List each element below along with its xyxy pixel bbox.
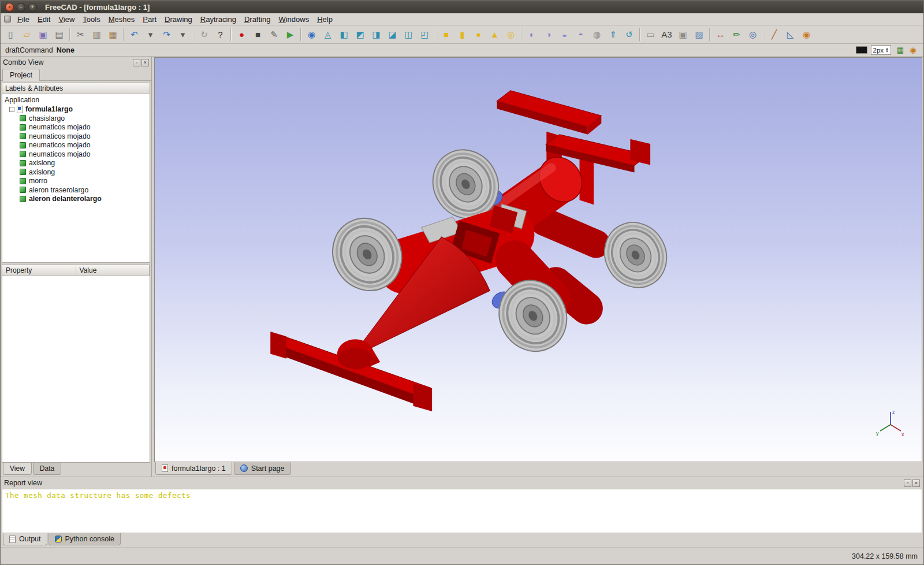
undo-dropdown-icon[interactable]: ▾ [143,27,158,42]
part-extrude-icon[interactable]: ⇑ [605,27,621,42]
whats-this-icon[interactable]: ? [213,27,228,42]
menu-item[interactable]: View [54,14,79,25]
spinner-arrows-icon[interactable]: ▲▼ [885,47,889,53]
menu-item[interactable]: Raytracing [196,14,240,25]
menu-item[interactable]: Drawing [161,14,196,25]
view-fit-all-icon[interactable]: ◉ [304,27,319,42]
open-document-icon[interactable]: ▱ [19,27,35,42]
part-revolve-icon[interactable]: ↺ [621,27,637,42]
menu-item[interactable]: Help [313,14,337,25]
view-axonometric-icon[interactable]: ◬ [320,27,336,42]
collapse-expander-icon[interactable]: - [9,107,14,112]
view-top-icon[interactable]: ◩ [352,27,368,42]
menu-item[interactable]: Edit [33,14,54,25]
tree-item[interactable]: axislong [2,159,150,168]
view-left-icon[interactable]: ◰ [417,27,433,42]
tree-item[interactable]: morro [2,177,150,186]
construction-mode-icon[interactable]: ▦ [895,44,906,56]
tree-item[interactable]: aleron delanterolargo [2,195,150,204]
menu-item[interactable]: Meshes [105,14,139,25]
drawing-view-icon[interactable]: ▣ [675,27,691,42]
menu-item[interactable]: File [13,14,33,25]
report-output[interactable]: The mesh data structure has some defects [2,489,922,533]
property-column-header[interactable]: Value [76,265,150,276]
menu-item[interactable]: Windows [274,14,313,25]
close-panel-icon[interactable]: × [141,59,149,66]
apply-style-icon[interactable]: ◉ [907,44,919,56]
tree-root-application[interactable]: Application [2,95,150,105]
document-tab[interactable]: formula1largo : 1 [155,462,232,475]
close-panel-icon[interactable]: × [912,479,920,487]
drawing-export-icon[interactable]: ▨ [691,27,707,42]
mesh-icon [20,142,26,148]
part-cylinder-icon[interactable]: ▮ [454,27,470,42]
draft-snap-icon[interactable]: ◎ [745,27,761,42]
refresh-icon[interactable]: ↻ [196,27,212,42]
tree-item-document[interactable]: - formula1largo [2,105,150,114]
view-right-icon[interactable]: ◨ [368,27,384,42]
menu-item[interactable]: Drafting [240,14,275,25]
3d-viewport[interactable]: z y x [154,57,922,462]
print-icon[interactable]: ▤ [51,27,67,42]
tree-item[interactable]: neumaticos mojado [2,123,150,132]
part-compound-icon[interactable]: ◍ [589,27,605,42]
line-width-select[interactable]: 2px ▲▼ [871,45,892,55]
document-tab[interactable]: Start page [234,462,291,475]
redo-icon[interactable]: ↷ [159,27,174,42]
cut-icon[interactable]: ✂ [73,27,88,42]
macro-stop-icon[interactable]: ■ [250,27,266,42]
property-view-tab[interactable]: Data [33,463,61,475]
view-bottom-icon[interactable]: ◫ [401,27,416,42]
undock-panel-icon[interactable]: ▫ [133,59,140,66]
part-cone-icon[interactable]: ▲ [487,27,502,42]
part-box-icon[interactable]: ■ [438,27,454,42]
draft-line-icon[interactable]: ╱ [766,27,782,42]
paste-icon[interactable]: ▦ [105,27,121,42]
drawing-a3-landscape-icon[interactable]: A3 [659,27,675,42]
boolean-cut-icon[interactable]: ◑ [541,27,556,42]
combo-view-title: Combo View [3,58,44,66]
view-rear-icon[interactable]: ◪ [385,27,400,42]
tree-item[interactable]: neumaticos mojado [2,132,150,141]
macro-record-icon[interactable]: ● [234,27,249,42]
copy-icon[interactable]: ▥ [89,27,105,42]
macro-edit-icon[interactable]: ✎ [266,27,282,42]
boolean-union-icon[interactable]: ◐ [524,27,540,42]
undo-icon[interactable]: ↶ [126,27,142,42]
drawing-sheet-icon[interactable]: ▭ [643,27,658,42]
window-maximize-button[interactable]: + [28,3,37,12]
window-close-button[interactable]: × [5,3,14,12]
property-view-tab[interactable]: View [3,463,32,475]
redo-dropdown-icon[interactable]: ▾ [175,27,191,42]
property-column-header[interactable]: Property [2,265,76,276]
draft-edit-icon[interactable]: ✏ [729,27,744,42]
python-icon [55,536,62,542]
toolbar-separator [193,28,194,41]
line-color-swatch[interactable] [856,46,867,54]
tree-item[interactable]: neumaticos mojado [2,150,150,159]
part-torus-icon[interactable]: ◎ [503,27,519,42]
draft-wire-icon[interactable]: ◺ [783,27,798,42]
window-title: FreeCAD - [formula1largo : 1] [45,3,150,12]
draft-dimension-icon[interactable]: ↔ [713,27,728,42]
application-icon [4,16,11,23]
report-view-tab[interactable]: Output [3,533,47,545]
report-view-tab[interactable]: Python console [49,533,121,545]
draft-circle-icon[interactable]: ◉ [799,27,814,42]
tree-item[interactable]: chasislargo [2,114,150,123]
menu-item[interactable]: Tools [79,14,104,25]
undock-panel-icon[interactable]: ▫ [904,479,911,487]
window-minimize-button[interactable]: − [17,3,25,12]
view-front-icon[interactable]: ◧ [336,27,352,42]
tree-item[interactable]: axislong [2,168,150,177]
new-document-icon[interactable]: ▯ [3,27,18,42]
boolean-common-icon[interactable]: ◒ [557,27,572,42]
tree-item[interactable]: neumaticos mojado [2,141,150,150]
menu-item[interactable]: Part [139,14,161,25]
part-sphere-icon[interactable]: ● [471,27,486,42]
boolean-section-icon[interactable]: ◓ [573,27,588,42]
tree-item[interactable]: aleron traserolargo [2,185,150,195]
tab-project[interactable]: Project [2,69,40,81]
save-document-icon[interactable]: ▣ [35,27,51,42]
macro-run-icon[interactable]: ▶ [282,27,298,42]
